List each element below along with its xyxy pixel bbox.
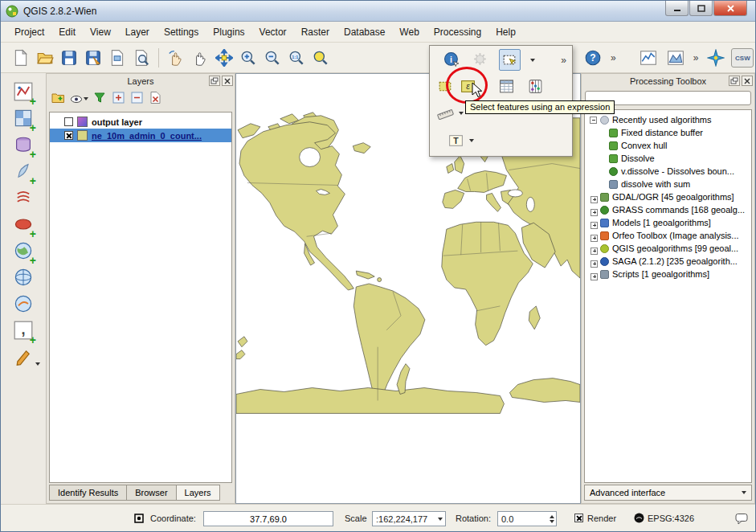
menu-project[interactable]: Project: [7, 23, 51, 41]
expand-expander-icon[interactable]: [590, 260, 598, 268]
add-oracle-layer-button[interactable]: +: [11, 212, 35, 236]
new-shapefile-button[interactable]: [11, 345, 35, 369]
expand-expander-icon[interactable]: [590, 273, 598, 280]
visibility-dropdown-caret[interactable]: [84, 97, 88, 100]
toolbar-overflow-chevron-2[interactable]: »: [691, 52, 701, 63]
tree-item-label[interactable]: SAGA (2.1.2) [235 geoalgorith...: [612, 256, 738, 266]
maximize-button[interactable]: [689, 1, 713, 16]
popup-overflow-chevron[interactable]: »: [558, 55, 569, 66]
menu-layer[interactable]: Layer: [118, 23, 157, 41]
add-postgis-layer-button[interactable]: +: [11, 133, 35, 157]
mouse-position-icon[interactable]: [133, 513, 145, 526]
layer-name-ne10m[interactable]: ne_10m_admin_0_count...: [92, 131, 202, 141]
tree-item-label[interactable]: Recently used algorithms: [612, 115, 712, 125]
tree-item-saga[interactable]: SAGA (2.1.2) [235 geoalgorith...: [585, 255, 751, 268]
render-checkbox[interactable]: [574, 514, 583, 522]
new-layer-dropdown-caret[interactable]: [35, 362, 40, 366]
zoom-full-button[interactable]: [309, 46, 333, 70]
close-button[interactable]: [713, 1, 747, 16]
histogram-tool-button[interactable]: [636, 46, 660, 70]
composer-manager-button[interactable]: [129, 46, 153, 70]
add-vector-layer-button[interactable]: +: [11, 80, 35, 104]
tree-item-label[interactable]: Dissolve: [621, 153, 655, 163]
tree-item-scripts[interactable]: Scripts [1 geoalgorithms]: [585, 268, 751, 280]
rotation-spinbox[interactable]: 0.0: [497, 511, 557, 526]
tree-item-label[interactable]: dissolve with sum: [621, 179, 690, 189]
toolbar-overflow-chevron-1[interactable]: »: [608, 52, 619, 63]
add-delimited-text-button[interactable]: ,+: [11, 318, 35, 342]
interface-mode-select[interactable]: Advanced interface: [584, 485, 752, 501]
touch-zoom-button[interactable]: [164, 46, 188, 70]
menu-raster[interactable]: Raster: [294, 23, 337, 41]
coordinate-input[interactable]: [203, 511, 333, 526]
save-project-as-button[interactable]: [81, 46, 105, 70]
tree-item-dissolve-with-sum[interactable]: dissolve with sum: [585, 178, 751, 190]
menu-settings[interactable]: Settings: [157, 23, 206, 41]
add-group-button[interactable]: [51, 91, 65, 107]
close-panel-button[interactable]: [222, 76, 233, 86]
tree-item-label[interactable]: Fixed distance buffer: [621, 128, 703, 137]
dock-tab-browser[interactable]: Browser: [126, 485, 176, 501]
add-wms-layer-button[interactable]: +: [11, 239, 35, 263]
tree-item-orfeo-toolbox[interactable]: Orfeo Toolbox (Image analysis...: [585, 229, 751, 242]
log-messages-button[interactable]: [735, 513, 749, 526]
tree-item-label[interactable]: Convex hull: [621, 141, 667, 150]
tree-item-label[interactable]: GRASS commands [168 geoalg...: [612, 205, 745, 215]
tree-item-label[interactable]: Models [1 geoalgorithms]: [612, 218, 711, 227]
expand-expander-icon[interactable]: [590, 248, 598, 255]
profile-tool-button[interactable]: [664, 46, 688, 70]
new-composer-button[interactable]: [105, 46, 129, 70]
tree-item-recently-used[interactable]: Recently used algorithms: [585, 113, 751, 126]
pan-to-selection-button[interactable]: [212, 46, 236, 70]
collapse-expander-icon[interactable]: [590, 117, 597, 124]
tree-item-qgis-geoalgorithms[interactable]: QGIS geoalgorithms [99 geoal...: [585, 242, 751, 255]
tree-item-models[interactable]: Models [1 geoalgorithms]: [585, 216, 751, 229]
menu-web[interactable]: Web: [392, 23, 426, 41]
menu-view[interactable]: View: [83, 23, 118, 41]
float-panel-button[interactable]: [209, 76, 220, 86]
add-mssql-layer-button[interactable]: [11, 186, 35, 210]
tree-item-grass-commands[interactable]: GRASS commands [168 geoalg...: [585, 203, 751, 216]
dock-tab-layers[interactable]: Layers: [176, 485, 220, 501]
expand-expander-icon[interactable]: [590, 222, 598, 229]
new-project-button[interactable]: [9, 46, 33, 70]
layer-row-output-layer[interactable]: output layer: [50, 115, 231, 129]
close-panel-button[interactable]: [742, 76, 753, 86]
crs-status-icon[interactable]: [634, 513, 644, 525]
menu-plugins[interactable]: Plugins: [206, 23, 251, 41]
tree-item-v-dissolve[interactable]: v.dissolve - Dissolves boun...: [585, 165, 751, 178]
add-wfs-layer-button[interactable]: [11, 292, 35, 316]
tree-item-label[interactable]: v.dissolve - Dissolves boun...: [621, 166, 734, 176]
scale-combo[interactable]: :162,224,177: [372, 511, 446, 526]
select-features-dropdown[interactable]: [528, 49, 537, 71]
tree-item-label[interactable]: QGIS geoalgorithms [99 geoal...: [612, 243, 738, 253]
field-calculator-button[interactable]: [525, 76, 546, 97]
measure-line-button[interactable]: [435, 103, 456, 125]
metasearch-csw-button[interactable]: CSW: [731, 48, 754, 68]
remove-layer-button[interactable]: [149, 91, 162, 107]
expand-expander-icon[interactable]: [590, 235, 598, 242]
open-project-button[interactable]: [33, 46, 57, 70]
tree-item-label[interactable]: Orfeo Toolbox (Image analysis...: [612, 231, 739, 240]
float-panel-button[interactable]: [729, 76, 740, 86]
filter-legend-button[interactable]: [93, 91, 107, 107]
pan-map-button[interactable]: [188, 46, 212, 70]
layer-checkbox-output[interactable]: [64, 117, 73, 126]
tree-item-dissolve[interactable]: Dissolve: [585, 152, 751, 165]
menu-vector[interactable]: Vector: [252, 23, 294, 41]
zoom-native-button[interactable]: 1:1: [284, 46, 309, 70]
minimize-button[interactable]: [665, 1, 689, 16]
expand-all-button[interactable]: [112, 91, 125, 107]
tree-item-gdal-ogr[interactable]: GDAL/OGR [45 geoalgorithms]: [585, 190, 751, 203]
menu-database[interactable]: Database: [337, 23, 392, 41]
select-features-button[interactable]: [499, 49, 521, 71]
menu-help[interactable]: Help: [488, 23, 523, 41]
menu-processing[interactable]: Processing: [427, 23, 488, 41]
add-wcs-layer-button[interactable]: [11, 265, 35, 289]
tree-item-fixed-distance-buffer[interactable]: Fixed distance buffer: [585, 126, 751, 139]
tree-item-label[interactable]: GDAL/OGR [45 geoalgorithms]: [612, 192, 734, 202]
open-attribute-table-button[interactable]: [496, 76, 517, 97]
layer-row-ne10m[interactable]: ne_10m_admin_0_count...: [50, 129, 231, 142]
spinner-arrows[interactable]: [550, 515, 556, 523]
menu-edit[interactable]: Edit: [51, 23, 83, 41]
